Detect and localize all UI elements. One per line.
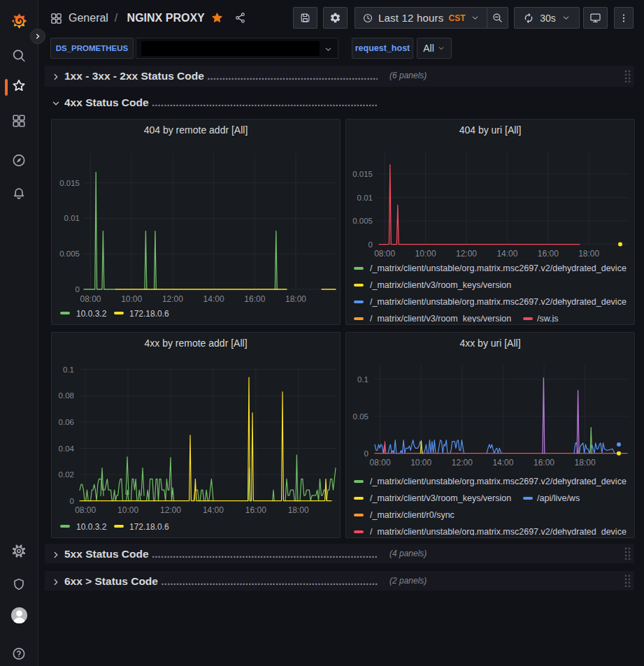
- svg-text:18:00: 18:00: [288, 505, 309, 515]
- svg-text:08:00: 08:00: [374, 249, 395, 259]
- svg-text:14:00: 14:00: [496, 249, 517, 259]
- svg-text:12:00: 12:00: [160, 505, 181, 515]
- svg-text:0: 0: [76, 285, 80, 294]
- svg-text:12:00: 12:00: [162, 294, 183, 304]
- svg-text:0.005: 0.005: [352, 217, 373, 225]
- svg-text:0.06: 0.06: [59, 418, 74, 426]
- svg-text:0.1: 0.1: [63, 365, 74, 374]
- svg-text:0.1: 0.1: [357, 375, 368, 384]
- svg-text:18:00: 18:00: [578, 249, 599, 259]
- svg-text:08:00: 08:00: [75, 505, 96, 515]
- svg-text:0.01: 0.01: [357, 194, 373, 202]
- svg-text:14:00: 14:00: [203, 505, 224, 515]
- svg-text:18:00: 18:00: [285, 294, 306, 304]
- svg-text:14:00: 14:00: [203, 294, 224, 304]
- svg-text:0.05: 0.05: [353, 412, 368, 421]
- svg-text:16:00: 16:00: [538, 249, 559, 259]
- svg-text:16:00: 16:00: [245, 505, 266, 515]
- svg-text:16:00: 16:00: [244, 294, 265, 304]
- svg-text:08:00: 08:00: [370, 458, 391, 468]
- svg-text:18:00: 18:00: [575, 458, 596, 468]
- svg-text:08:00: 08:00: [80, 294, 101, 304]
- svg-text:0: 0: [70, 497, 74, 505]
- svg-text:10:00: 10:00: [121, 294, 142, 304]
- svg-text:14:00: 14:00: [492, 458, 513, 468]
- svg-text:10:00: 10:00: [415, 249, 436, 259]
- svg-text:12:00: 12:00: [452, 458, 473, 468]
- svg-text:0.015: 0.015: [352, 170, 373, 178]
- svg-text:0.005: 0.005: [59, 249, 80, 258]
- svg-text:16:00: 16:00: [534, 458, 554, 468]
- svg-text:0: 0: [364, 449, 368, 458]
- svg-text:0.04: 0.04: [59, 444, 75, 453]
- svg-text:10:00: 10:00: [117, 505, 138, 515]
- svg-text:10:00: 10:00: [410, 458, 431, 468]
- svg-text:0.015: 0.015: [59, 179, 80, 187]
- svg-text:0.08: 0.08: [59, 391, 74, 400]
- svg-text:0.02: 0.02: [59, 470, 74, 479]
- svg-text:12:00: 12:00: [456, 249, 477, 259]
- svg-text:0.01: 0.01: [64, 214, 80, 222]
- svg-text:0: 0: [368, 240, 373, 249]
